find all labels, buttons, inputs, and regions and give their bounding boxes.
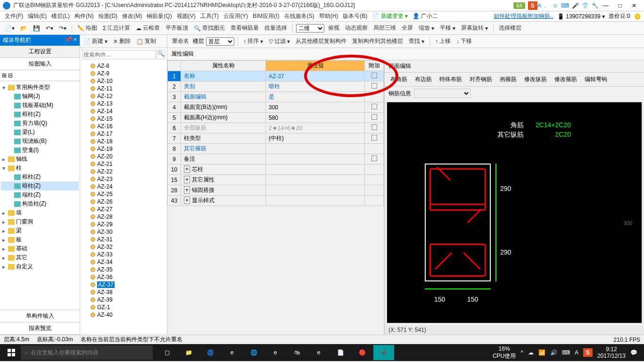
component-item[interactable]: AZ-19 — [81, 145, 166, 153]
tree-node[interactable]: ▸基础 — [1, 244, 79, 253]
section-tab[interactable]: 特殊布筋 — [438, 74, 464, 84]
component-item[interactable]: AZ-13 — [81, 100, 166, 107]
user-button[interactable]: 👤 广小二 — [411, 11, 440, 21]
floor-select[interactable]: 首层 — [206, 37, 234, 46]
copy-from-button[interactable]: 从其他楼层复制构件 — [294, 36, 348, 46]
component-item[interactable]: AZ-32 — [81, 243, 166, 251]
property-row[interactable]: 10+芯柱 — [168, 165, 384, 175]
search-input[interactable] — [82, 50, 156, 59]
undo-button[interactable]: ↶▾ — [44, 24, 55, 33]
component-item[interactable]: AZ-27 — [81, 206, 166, 213]
tray-volume-icon[interactable]: 🔊 — [550, 349, 557, 356]
help-link[interactable]: 如何处理筏板附加钢筋.. — [494, 12, 553, 20]
section-tab[interactable]: 修改箍筋 — [553, 74, 579, 84]
tree-node[interactable]: ▸其它 — [1, 253, 79, 262]
menu-rebar[interactable]: 钢筋量(Q) — [145, 11, 173, 21]
cloud-check-button[interactable]: ☁ 云检查 — [134, 23, 162, 33]
component-item[interactable]: AZ-26 — [81, 198, 166, 206]
open-button[interactable]: 📂 — [18, 24, 29, 33]
taskbar-search[interactable]: ○ 在这里输入你要搜索的内容 — [21, 346, 153, 360]
component-item[interactable]: AZ-10 — [81, 77, 166, 85]
filter-button[interactable]: ▽过滤▾ — [267, 36, 292, 46]
tree-node[interactable]: ▸板 — [1, 235, 79, 244]
tree-leaf[interactable]: 端柱(Z) — [1, 190, 79, 199]
app-teal-icon[interactable]: ➕ — [373, 345, 394, 360]
move-up-button[interactable]: ↑上移 — [433, 36, 453, 46]
property-row[interactable]: 43+显示样式 — [168, 196, 384, 206]
tray-notification-icon[interactable]: 💬 — [630, 349, 637, 356]
menu-draw[interactable]: 绘图(D) — [97, 11, 120, 21]
redo-button[interactable]: ↷▾ — [57, 24, 68, 33]
component-item[interactable]: AZ-9 — [81, 70, 166, 77]
section-tab[interactable]: 编辑弯钩 — [583, 74, 609, 84]
app-spiral-icon[interactable]: 🌀 — [200, 345, 221, 360]
tray-onedrive-icon[interactable]: ☁ — [528, 349, 534, 356]
component-item[interactable]: AZ-14 — [81, 107, 166, 115]
tree-leaf[interactable]: 构造柱(Z) — [1, 199, 79, 208]
expand-all-icon[interactable]: ⊞ — [2, 72, 7, 79]
app-folder-icon[interactable]: 📁 — [178, 345, 199, 360]
rotate-button[interactable]: 屏幕旋转▾ — [459, 23, 490, 33]
component-item[interactable]: AZ-18 — [81, 138, 166, 145]
property-row[interactable]: 4截面宽(B边)(mm)300 — [168, 102, 384, 113]
component-item[interactable]: AZ-25 — [81, 190, 166, 198]
section-tab[interactable]: 布边筋 — [413, 74, 434, 84]
component-item[interactable]: AZ-36 — [81, 273, 166, 281]
tray-network-icon[interactable]: 📶 — [538, 349, 545, 356]
task-view-icon[interactable]: ▢ — [157, 345, 177, 360]
tray-up-icon[interactable]: ^ — [520, 349, 523, 356]
app-store-icon[interactable]: 🛍 — [287, 345, 307, 360]
draw-button[interactable]: ✏️绘图 — [75, 23, 99, 33]
component-item[interactable]: AZ-34 — [81, 258, 166, 266]
local-3d-button[interactable]: 局部三维 — [372, 23, 398, 33]
tree-leaf[interactable]: 剪力墙(Q) — [1, 119, 79, 128]
tree-node[interactable]: ▾常用构件类型 — [1, 83, 79, 92]
tree-leaf[interactable]: 框柱(Z) — [1, 173, 79, 181]
menu-edit[interactable]: 编辑(E) — [26, 11, 49, 21]
sum-button[interactable]: Σ 汇总计算 — [101, 23, 132, 33]
close-button[interactable]: ✕ — [627, 2, 641, 9]
app-ie-icon[interactable]: e — [308, 345, 329, 360]
component-item[interactable]: AZ-8 — [81, 62, 166, 70]
section-tab[interactable]: 对齐钢筋 — [468, 74, 494, 84]
copy-button[interactable]: 📋复制 — [134, 36, 158, 46]
menu-modify[interactable]: 修改(M) — [120, 11, 144, 21]
start-button[interactable] — [2, 345, 21, 360]
sort-button[interactable]: ↕排序▾ — [241, 36, 265, 46]
batch-select-button[interactable]: 批量选择 — [263, 23, 289, 33]
tray-ime-icon[interactable]: S — [583, 348, 593, 357]
rebar-info-select[interactable] — [414, 89, 471, 98]
top-view-button[interactable]: 俯视 — [326, 23, 341, 33]
menu-version[interactable]: 版本号(B) — [341, 11, 369, 21]
component-item[interactable]: AZ-29 — [81, 221, 166, 228]
rename-button[interactable]: 重命名 — [170, 36, 191, 46]
tree-node[interactable]: ▸门窗洞 — [1, 217, 79, 226]
copy-to-button[interactable]: 复制构件到其他楼层 — [350, 36, 405, 46]
section-tab[interactable]: 布角筋 — [388, 74, 409, 84]
component-item[interactable]: AZ-16 — [81, 123, 166, 130]
minimize-button[interactable]: — — [599, 2, 613, 9]
tray-lang-icon[interactable]: A — [575, 349, 578, 356]
property-row[interactable]: 3截面编辑是 — [168, 92, 384, 102]
menu-floor[interactable]: 楼层(L) — [50, 11, 72, 21]
new-button[interactable]: 📄新建▾ — [82, 36, 109, 46]
tree-node[interactable]: ▸轴线 — [1, 155, 79, 164]
property-row[interactable]: 1名称AZ-37 — [168, 71, 384, 82]
delete-button[interactable]: ✕删除 — [111, 36, 132, 46]
menu-component[interactable]: 构件(N) — [73, 11, 96, 21]
component-item[interactable]: AZ-39 — [81, 296, 166, 304]
property-row[interactable]: 7柱类型(中柱) — [168, 133, 384, 144]
maximize-button[interactable]: □ — [613, 2, 627, 9]
select-floor-button[interactable]: 选择楼层 — [497, 23, 523, 33]
app-edge2-icon[interactable]: e — [265, 345, 286, 360]
menu-bim[interactable]: BIM应用(I) — [251, 11, 281, 21]
property-row[interactable]: 6全部纵筋2⯁14+6⯁20 — [168, 123, 384, 133]
tree-node[interactable]: ▸梁 — [1, 226, 79, 235]
component-item[interactable]: AZ-11 — [81, 85, 166, 92]
pan-button[interactable]: 平移▾ — [438, 23, 457, 33]
property-row[interactable]: 9备注 — [168, 154, 384, 165]
component-item[interactable]: AZ-23 — [81, 175, 166, 183]
property-row[interactable]: 15+其它属性 — [168, 175, 384, 185]
find-element-button[interactable]: 🔍 查找图元 — [192, 23, 227, 33]
find-button[interactable]: 查找▾ — [407, 36, 426, 46]
